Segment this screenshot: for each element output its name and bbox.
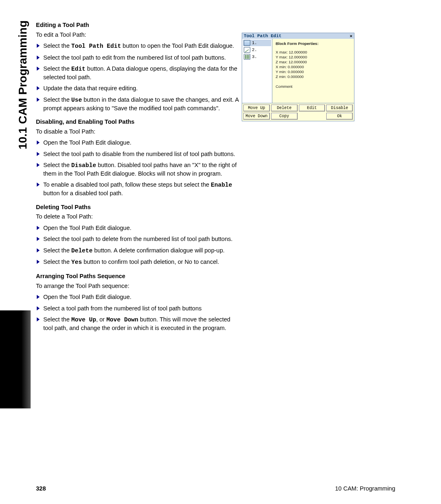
mono-term: Yes <box>71 259 82 265</box>
section-intro: To delete a Tool Path: <box>36 213 240 221</box>
list-item: Select the Disable button. Disabled tool… <box>36 161 240 178</box>
property-row: Z max: 12.000000 <box>276 60 351 64</box>
bullet-list: Select the Tool Path Edit button to open… <box>36 42 240 112</box>
text-content: Editing a Tool PathTo edit a Tool Path:S… <box>36 20 240 336</box>
section-heading: Editing a Tool Path <box>36 21 240 29</box>
mono-term: Move Down <box>106 317 138 323</box>
mono-term: Move Up <box>71 317 96 323</box>
tool-path-item[interactable]: 2. <box>243 47 271 53</box>
list-item: Select a tool path from the numbered lis… <box>36 305 240 313</box>
property-row: Z min: 0.000000 <box>276 74 351 79</box>
close-icon[interactable]: × <box>350 33 352 38</box>
side-tab: 10.1 CAM Programming <box>16 20 29 149</box>
dialog-title: Tool Path Edit <box>244 33 281 38</box>
disable-button[interactable]: Disable <box>326 105 353 112</box>
dialog-titlebar: Tool Path Edit × <box>242 33 354 39</box>
list-item: Select the Delete button. A delete confi… <box>36 247 240 255</box>
mono-term: Delete <box>71 248 93 254</box>
list-item: Open the Tool Path Edit dialogue. <box>36 293 240 301</box>
tool-path-item[interactable]: 3. <box>243 54 271 60</box>
chapter-label: 10 CAM: Programming <box>335 485 395 492</box>
list-item: Select the tool path to edit from the nu… <box>36 54 240 62</box>
mono-term: Edit <box>71 66 86 72</box>
list-item: To enable a disabled tool path, follow t… <box>36 181 240 197</box>
section-heading: Disabling, and Enabling Tool Paths <box>36 118 240 126</box>
list-item: Open the Tool Path Edit dialogue. <box>36 224 240 232</box>
section-heading: Arranging Tool Paths Sequence <box>36 272 240 281</box>
move-up-button[interactable]: Move Up <box>243 105 270 112</box>
list-item: Select the Edit button. A Data dialogue … <box>36 65 240 81</box>
mono-term: Disable <box>71 162 96 169</box>
edit-button[interactable]: Edit <box>299 105 325 112</box>
properties-heading: Block Form Properties: <box>276 41 351 46</box>
section-intro: To edit a Tool Path: <box>36 31 240 39</box>
bullet-list: Open the Tool Path Edit dialogue.Select … <box>36 139 240 197</box>
section-intro: To arrange the Tool Path sequence: <box>36 282 240 290</box>
tool-path-icon <box>244 54 250 60</box>
ok-button[interactable]: Ok <box>326 113 353 120</box>
dialog-button-row: Move UpDeleteEditDisableMove DownCopyOk <box>242 103 354 121</box>
section-heading: Deleting Tool Paths <box>36 203 240 212</box>
property-row: Y min: 0.000000 <box>276 69 351 74</box>
property-row: Y max: 12.000000 <box>276 55 351 59</box>
page-number: 328 <box>36 485 46 492</box>
tool-path-number: 1. <box>252 40 257 45</box>
comment-label: Comment <box>276 84 351 89</box>
delete-button[interactable]: Delete <box>271 105 298 112</box>
tool-path-item[interactable]: 1. <box>243 40 271 46</box>
list-item: Select the Use button in the data dialog… <box>36 96 240 112</box>
properties-panel: Block Form Properties: X max: 12.000000Y… <box>272 39 354 103</box>
mono-term: Use <box>71 97 82 103</box>
bullet-list: Open the Tool Path Edit dialogue.Select … <box>36 224 240 267</box>
bullet-list: Open the Tool Path Edit dialogue.Select … <box>36 293 240 332</box>
tool-path-list: 1.2.3. <box>242 39 272 103</box>
button-spacer <box>299 113 325 120</box>
list-item: Open the Tool Path Edit dialogue. <box>36 139 240 147</box>
tool-path-edit-dialog: Tool Path Edit × 1.2.3. Block Form Prope… <box>242 33 354 121</box>
mono-term: Enable <box>211 182 232 188</box>
copy-button[interactable]: Copy <box>271 113 298 120</box>
list-item: Select the tool path to delete from the … <box>36 235 240 243</box>
property-row: X max: 12.000000 <box>276 50 351 54</box>
list-item: Select the Tool Path Edit button to open… <box>36 42 240 51</box>
side-thumb-marker <box>0 310 31 408</box>
list-item: Select the tool path to disable from the… <box>36 150 240 158</box>
tool-path-icon <box>244 40 250 46</box>
section-intro: To disable a Tool Path: <box>36 128 240 136</box>
list-item: Select the Move Up, or Move Down button.… <box>36 316 240 332</box>
tool-path-icon <box>244 47 250 53</box>
mono-term: Tool Path Edit <box>71 43 121 49</box>
property-row: X min: 0.000000 <box>276 65 351 69</box>
tool-path-number: 2. <box>252 47 257 52</box>
move-down-button[interactable]: Move Down <box>243 113 270 120</box>
list-item: Update the data that require editing. <box>36 85 240 93</box>
tool-path-number: 3. <box>252 54 257 59</box>
page-footer: 328 10 CAM: Programming <box>36 485 395 492</box>
list-item: Select the Yes button to confirm tool pa… <box>36 258 240 267</box>
